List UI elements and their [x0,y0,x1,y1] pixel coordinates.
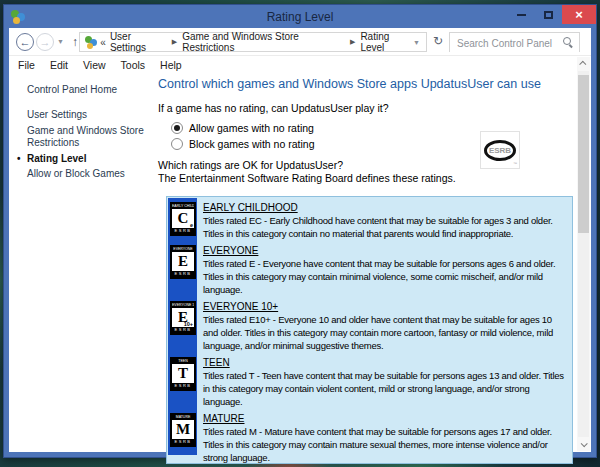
breadcrumb-segment-user-settings[interactable]: User Settings [110,31,167,53]
navigation-bar: ← → ▼ ↑ « User Settings ▶ Game and Windo… [9,28,591,56]
sidebar-item-rating-level[interactable]: Rating Level [27,153,145,166]
title-bar[interactable]: Rating Level × [4,5,596,28]
menu-file[interactable]: File [18,59,35,71]
rating-title-mature[interactable]: MATURE [203,413,567,425]
breadcrumb-overflow-chevron[interactable]: « [100,37,106,48]
family-safety-breadcrumb-icon [84,36,96,49]
menu-help[interactable]: Help [160,59,182,71]
maximize-icon [544,11,553,19]
breadcrumb-segment-rating-level[interactable]: Rating Level [360,31,413,53]
search-box[interactable] [449,32,580,52]
menu-view[interactable]: View [83,59,106,71]
content-area: Control Panel Home User Settings Game an… [9,74,577,452]
scroll-down-icon[interactable] [577,438,590,451]
sidebar-item-allow-or-block-games[interactable]: Allow or Block Games [27,168,145,181]
address-dropdown-icon[interactable]: ▼ [413,39,420,46]
back-button[interactable]: ← [16,33,34,51]
esrb-trademark: ™ [513,161,517,166]
page-title: Control which games and Windows Store ap… [158,77,573,91]
rating-description-early-childhood: Titles rated EC - Early Childhood have c… [203,215,553,239]
forward-button[interactable]: → [36,33,54,51]
scrollbar-track[interactable] [578,71,589,437]
rating-description-everyone-10: Titles rated E10+ - Everyone 10 and olde… [203,314,553,351]
refresh-icon[interactable]: ↻ [433,34,443,48]
ratings-note: The Entertainment Software Rating Board … [158,172,573,184]
close-icon: × [575,7,583,22]
vertical-scrollbar[interactable] [577,57,590,451]
allow-no-rating-radio[interactable] [171,122,183,134]
search-icon[interactable] [563,37,573,47]
allow-no-rating-label[interactable]: Allow games with no rating [189,122,314,134]
rating-description-mature: Titles rated M - Mature have content tha… [203,426,552,463]
esrb-m-rating-icon: MATURE M ESRB [170,413,196,447]
scrollbar-thumb[interactable] [578,75,589,233]
address-bar[interactable]: « User Settings ▶ Game and Windows Store… [79,32,427,52]
rating-row-everyone: EVERYONE E ESRB EVERYONE Titles rated E … [170,245,567,296]
menu-tools[interactable]: Tools [121,59,146,71]
rating-description-everyone: Titles rated E - Everyone have content t… [203,258,555,295]
rating-title-everyone[interactable]: EVERYONE [203,245,567,257]
rating-row-mature: MATURE M ESRB MATURE Titles rated M - Ma… [170,413,567,464]
breadcrumb-separator-icon: ▶ [172,38,177,46]
rating-row-teen: TEEN T ESRB TEEN Titles rated T - Teen h… [170,357,567,408]
rating-title-everyone-10[interactable]: EVERYONE 10+ [203,301,567,313]
scroll-up-icon[interactable] [577,57,590,70]
esrb-e10-rating-icon: EVERYONE 10+ E10+ ESRB [170,301,196,335]
up-button[interactable]: ↑ [72,35,78,49]
desktop-background: Rating Level × ← → ▼ ↑ « User Settings ▶… [0,0,600,467]
sidebar: Control Panel Home User Settings Game an… [9,74,152,452]
close-button[interactable]: × [562,5,596,24]
rating-description-teen: Titles rated T - Teen have content that … [203,370,564,407]
ratings-list: EARLY CHILDHOOD Ce ESRB EARLY CHILDHOOD … [166,196,573,464]
menu-bar: File Edit View Tools Help [9,56,591,73]
block-no-rating-radio[interactable] [171,138,183,150]
esrb-logo-text: ESRB [484,140,516,161]
window-client-area: ← → ▼ ↑ « User Settings ▶ Game and Windo… [9,28,591,452]
maximize-button[interactable] [535,5,562,24]
sidebar-item-game-restrictions[interactable]: Game and Windows Store Restrictions [27,125,145,150]
menu-edit[interactable]: Edit [50,59,68,71]
rating-row-early-childhood: EARLY CHILDHOOD Ce ESRB EARLY CHILDHOOD … [170,202,567,240]
main-panel: Control which games and Windows Store ap… [152,74,577,452]
minimize-icon [517,14,526,16]
rating-row-everyone-10: EVERYONE 10+ E10+ ESRB EVERYONE 10+ Titl… [170,301,567,352]
sidebar-item-control-panel-home[interactable]: Control Panel Home [27,84,152,95]
esrb-e-rating-icon: EVERYONE E ESRB [170,245,196,279]
block-no-rating-label[interactable]: Block games with no rating [189,138,314,150]
esrb-logo: ESRB ™ [480,131,520,169]
breadcrumb-separator-icon: ▶ [350,38,355,46]
esrb-ec-rating-icon: EARLY CHILDHOOD Ce ESRB [170,202,196,236]
search-input[interactable] [450,35,579,53]
breadcrumb-segment-game-restrictions[interactable]: Game and Windows Store Restrictions [182,31,345,53]
no-rating-question: If a game has no rating, can UpdatusUser… [158,102,573,114]
esrb-t-rating-icon: TEEN T ESRB [170,357,196,391]
sidebar-item-user-settings[interactable]: User Settings [27,109,145,122]
control-panel-window: Rating Level × ← → ▼ ↑ « User Settings ▶… [3,4,597,458]
rating-title-early-childhood[interactable]: EARLY CHILDHOOD [203,202,567,214]
rating-title-teen[interactable]: TEEN [203,357,567,369]
history-dropdown-icon[interactable]: ▼ [57,38,64,45]
minimize-button[interactable] [508,5,535,24]
